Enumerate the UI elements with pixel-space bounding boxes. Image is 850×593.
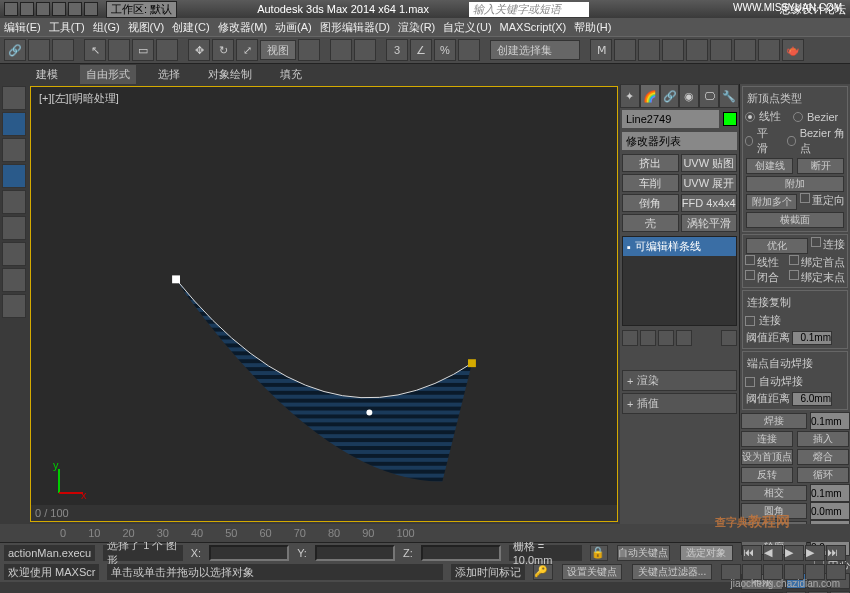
menu-rendering[interactable]: 渲染(R): [398, 20, 435, 35]
bind-first-check[interactable]: [789, 255, 799, 265]
create-tab-icon[interactable]: ✦: [620, 84, 640, 108]
mod-shell[interactable]: 壳: [622, 214, 679, 232]
mod-uvw-unwrap[interactable]: UVW 展开: [681, 174, 738, 192]
app-icon[interactable]: [4, 2, 18, 16]
configure-sets-icon[interactable]: [721, 330, 737, 346]
ribbon-tab-object-paint[interactable]: 对象绘制: [202, 65, 258, 84]
lt-btn-5[interactable]: [2, 190, 26, 214]
menu-modifiers[interactable]: 修改器(M): [218, 20, 268, 35]
modifier-list-dropdown[interactable]: 修改器列表: [622, 132, 737, 150]
track-bar[interactable]: 0 10 20 30 40 50 60 70 80 90 100: [0, 524, 850, 542]
use-center-icon[interactable]: [298, 39, 320, 61]
fuse-button[interactable]: 熔合: [797, 449, 849, 465]
menu-customize[interactable]: 自定义(U): [443, 20, 491, 35]
goto-end-icon[interactable]: ⏭: [826, 545, 846, 561]
mod-lathe[interactable]: 车削: [622, 174, 679, 192]
spinner-snap-icon[interactable]: [458, 39, 480, 61]
menu-create[interactable]: 创建(C): [172, 20, 209, 35]
hierarchy-tab-icon[interactable]: 🔗: [660, 84, 680, 108]
menu-group[interactable]: 组(G): [93, 20, 120, 35]
remove-mod-icon[interactable]: [676, 330, 692, 346]
cycle-button[interactable]: 循环: [797, 467, 849, 483]
menu-maxscript[interactable]: MAXScript(X): [500, 21, 567, 33]
lt-btn-7[interactable]: [2, 242, 26, 266]
menu-graph-editors[interactable]: 图形编辑器(D): [320, 20, 390, 35]
make-first-button[interactable]: 设为首顶点: [741, 449, 793, 465]
time-slider[interactable]: 0 / 100: [31, 505, 617, 521]
optimize-button[interactable]: 优化: [746, 238, 808, 254]
zoom-extents-icon[interactable]: [763, 564, 783, 580]
render-frame-icon[interactable]: [758, 39, 780, 61]
closed-check[interactable]: [745, 270, 755, 280]
linear-check[interactable]: [745, 255, 755, 265]
connect-check[interactable]: [811, 237, 821, 247]
menu-edit[interactable]: 编辑(E): [4, 20, 41, 35]
lt-btn-8[interactable]: [2, 268, 26, 292]
menu-help[interactable]: 帮助(H): [574, 20, 611, 35]
manipulate-icon[interactable]: [330, 39, 352, 61]
attach-button[interactable]: 附加: [746, 176, 844, 192]
rollout-header-rendering[interactable]: +渲染: [623, 371, 736, 390]
weld-button[interactable]: 焊接: [741, 413, 807, 429]
object-name-field[interactable]: Line2749: [622, 110, 719, 128]
window-crossing-icon[interactable]: [156, 39, 178, 61]
break-button[interactable]: 断开: [797, 158, 844, 174]
mod-extrude[interactable]: 挤出: [622, 154, 679, 172]
play-icon[interactable]: ▶: [784, 545, 804, 561]
render-icon[interactable]: 🫖: [782, 39, 804, 61]
y-coord-input[interactable]: [315, 545, 395, 561]
menu-tools[interactable]: 工具(T): [49, 20, 85, 35]
snap-icon[interactable]: 3: [386, 39, 408, 61]
prev-frame-icon[interactable]: ◀: [763, 545, 783, 561]
mod-turbosmooth[interactable]: 涡轮平滑: [681, 214, 738, 232]
crossinsert-button[interactable]: 相交: [741, 485, 807, 501]
layers-icon[interactable]: [638, 39, 660, 61]
fillet-spinner[interactable]: [810, 502, 850, 520]
radio-bezier[interactable]: [793, 112, 803, 122]
next-frame-icon[interactable]: ▶: [805, 545, 825, 561]
percent-snap-icon[interactable]: %: [434, 39, 456, 61]
modifier-stack[interactable]: ▪ 可编辑样条线: [622, 236, 737, 326]
radio-smooth[interactable]: [745, 136, 753, 146]
viewport-left[interactable]: [+][左][明暗处理] x y 0 / 100: [30, 86, 618, 522]
bind-icon[interactable]: [52, 39, 74, 61]
save-icon[interactable]: [52, 2, 66, 16]
link-icon[interactable]: 🔗: [4, 39, 26, 61]
key-filters-button[interactable]: 关键点过滤器...: [632, 564, 712, 580]
mirror-icon[interactable]: Ⅿ: [590, 39, 612, 61]
create-line-button[interactable]: 创建线: [746, 158, 793, 174]
selected-obj-dropdown[interactable]: 选定对象: [680, 545, 733, 561]
named-sel-set-dropdown[interactable]: 创建选择集: [490, 40, 580, 60]
weld-threshold-spinner[interactable]: [792, 392, 832, 406]
object-color-swatch[interactable]: [723, 112, 737, 126]
new-icon[interactable]: [20, 2, 34, 16]
select-icon[interactable]: ↖: [84, 39, 106, 61]
bind-last-check[interactable]: [789, 270, 799, 280]
redo-icon[interactable]: [84, 2, 98, 16]
show-end-result-icon[interactable]: [640, 330, 656, 346]
workspace-selector[interactable]: 工作区: 默认: [106, 1, 177, 18]
lt-btn-2[interactable]: [2, 112, 26, 136]
undo-icon[interactable]: [68, 2, 82, 16]
connect-button[interactable]: 连接: [741, 431, 793, 447]
cross-section-button[interactable]: 横截面: [746, 212, 844, 228]
script-listener[interactable]: actionMan.execu: [4, 545, 95, 561]
viewport-label[interactable]: [+][左][明暗处理]: [39, 91, 119, 106]
radio-linear[interactable]: [745, 112, 755, 122]
threshold-spinner[interactable]: [792, 331, 832, 345]
ribbon-tab-modeling[interactable]: 建模: [30, 65, 64, 84]
unlink-icon[interactable]: [28, 39, 50, 61]
fillet-button[interactable]: 圆角: [741, 503, 807, 519]
scale-icon[interactable]: ⤢: [236, 39, 258, 61]
ref-coord-dropdown[interactable]: 视图: [260, 40, 296, 60]
mod-uvw-map[interactable]: UVW 贴图: [681, 154, 738, 172]
keyboard-icon[interactable]: [354, 39, 376, 61]
connect-copy-check[interactable]: [745, 316, 755, 326]
set-key-button[interactable]: 设置关键点: [562, 564, 622, 580]
rollout-header-interpolation[interactable]: +插值: [623, 394, 736, 413]
auto-weld-check[interactable]: [745, 377, 755, 387]
zoom-icon[interactable]: [742, 564, 762, 580]
stack-item-editable-spline[interactable]: ▪ 可编辑样条线: [623, 237, 736, 256]
mod-bevel[interactable]: 倒角: [622, 194, 679, 212]
menu-views[interactable]: 视图(V): [128, 20, 165, 35]
